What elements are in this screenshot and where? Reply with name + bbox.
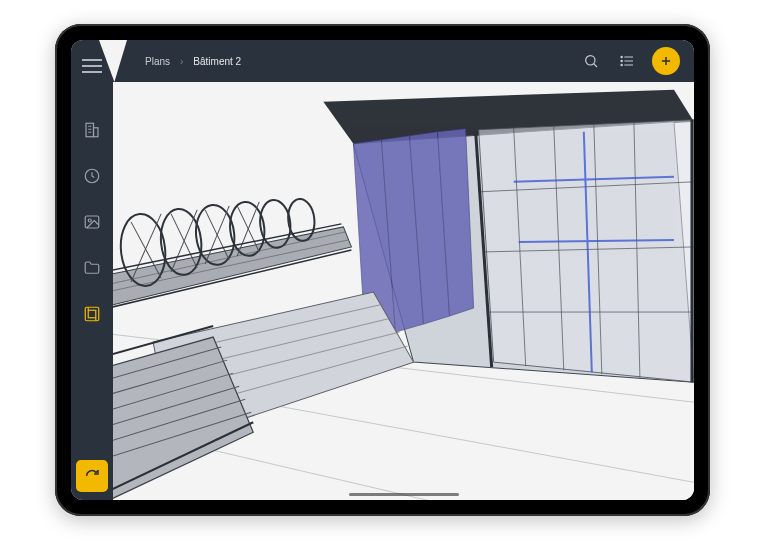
model-viewport[interactable] (113, 82, 694, 500)
main-area: Plans › Bâtiment 2 (113, 40, 694, 500)
folder-icon[interactable] (78, 254, 106, 282)
topbar-actions (580, 47, 680, 75)
breadcrumb-current[interactable]: Bâtiment 2 (193, 56, 241, 67)
add-button[interactable] (652, 47, 680, 75)
svg-rect-9 (88, 310, 96, 318)
building-icon[interactable] (78, 116, 106, 144)
bim-icon[interactable] (78, 300, 106, 328)
svg-rect-0 (86, 123, 94, 137)
list-view-icon[interactable] (616, 50, 638, 72)
svg-point-12 (586, 56, 595, 65)
image-icon[interactable] (78, 208, 106, 236)
search-icon[interactable] (580, 50, 602, 72)
svg-rect-8 (85, 307, 99, 321)
svg-rect-1 (94, 128, 99, 137)
tablet-frame: Plans › Bâtiment 2 (55, 24, 710, 516)
svg-point-18 (621, 60, 622, 61)
svg-point-17 (621, 56, 622, 57)
menu-icon[interactable] (82, 56, 102, 76)
svg-point-7 (88, 219, 91, 222)
topbar: Plans › Bâtiment 2 (113, 40, 694, 82)
breadcrumb-separator: › (180, 56, 183, 67)
refresh-button[interactable] (76, 460, 108, 492)
home-indicator (349, 493, 459, 496)
breadcrumb[interactable]: Plans › Bâtiment 2 (145, 56, 241, 67)
sidebar-nav (78, 116, 106, 328)
svg-point-19 (621, 64, 622, 65)
breadcrumb-parent[interactable]: Plans (145, 56, 170, 67)
sidebar (71, 40, 113, 500)
app-screen: Plans › Bâtiment 2 (71, 40, 694, 500)
clock-icon[interactable] (78, 162, 106, 190)
svg-line-13 (594, 64, 597, 67)
svg-marker-32 (479, 120, 694, 382)
